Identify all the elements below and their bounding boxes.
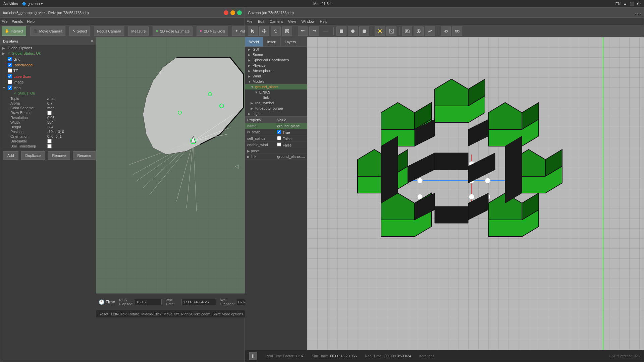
timestamp-checkbox[interactable] (47, 144, 52, 148)
display-checkbox[interactable] (8, 74, 12, 78)
tab-layers[interactable]: Layers (281, 37, 300, 47)
display-map[interactable]: ▼ Map (0, 85, 96, 90)
tree-links[interactable]: ▼ LINKS (245, 89, 307, 95)
display-global-status[interactable]: ▶ ✓ Global Status: Ok (0, 51, 96, 56)
enable-wind-checkbox[interactable] (277, 142, 281, 146)
gz-scale-tool[interactable] (282, 26, 292, 36)
move-camera-icon: 🎥 (33, 29, 38, 33)
gz-plot-tool[interactable] (425, 26, 435, 36)
gazebo-3d-viewport[interactable] (307, 37, 644, 350)
duplicate-button[interactable]: Duplicate (21, 151, 45, 160)
ros-elapsed-input[interactable] (135, 299, 162, 305)
gazebo-close-btn[interactable] (635, 13, 636, 15)
select-tool[interactable]: ↖ Select (69, 26, 90, 36)
displays-close-icon[interactable]: × (91, 39, 93, 43)
tree-spherical[interactable]: ▶ Spherical Coordinates (245, 57, 307, 63)
prop-name: Draw Behind (10, 111, 47, 115)
display-checkbox[interactable] (8, 68, 12, 73)
tab-insert[interactable]: Insert (263, 37, 281, 47)
rviz-menu-help[interactable]: Help (27, 19, 35, 23)
rviz-win-controls[interactable] (224, 10, 242, 15)
gz-rotate-tool[interactable] (271, 26, 281, 36)
gz-pause-button[interactable]: ⏸ (249, 352, 257, 360)
gz-record-tool[interactable] (414, 26, 424, 36)
tree-ros-symbol[interactable]: ▶ ros_symbol (245, 100, 307, 106)
measure-tool[interactable]: Measure (128, 26, 149, 36)
tree-turtlebot3[interactable]: ▶ turtlebot3_burger (245, 106, 307, 111)
tree-physics[interactable]: ▶ Physics (245, 63, 307, 68)
rename-button[interactable]: Rename (73, 151, 96, 160)
move-camera-tool[interactable]: 🎥 Move Camera (30, 26, 65, 36)
draw-behind-checkbox[interactable] (47, 111, 52, 115)
lang-indicator[interactable]: EN (615, 2, 621, 6)
display-image[interactable]: Image (0, 79, 96, 85)
gazebo-max-btn[interactable] (640, 13, 641, 15)
gazebo-menu-edit[interactable]: Edit (258, 19, 264, 23)
display-robotmodel[interactable]: RobotModel (0, 62, 96, 68)
interact-tool[interactable]: ✋ Interact (2, 26, 26, 36)
gz-screenshot-tool[interactable] (402, 26, 412, 36)
gz-select-tool[interactable] (248, 26, 258, 36)
publish-icon: ✦ (235, 29, 238, 33)
rviz-menu-panels[interactable]: Panels (12, 19, 23, 23)
prop-row-link: ▶ link ground_plane::... (245, 154, 307, 160)
rviz-min-btn[interactable] (230, 10, 235, 15)
tab-world[interactable]: World (245, 37, 263, 47)
add-button[interactable]: Add (3, 151, 18, 160)
tree-atmosphere[interactable]: ▶ Atmosphere (245, 68, 307, 73)
gz-box-tool[interactable] (336, 26, 346, 36)
gz-cylinder-tool[interactable] (359, 26, 369, 36)
display-grid[interactable]: Grid (0, 56, 96, 62)
tree-wind[interactable]: ▶ Wind (245, 73, 307, 79)
display-checkbox[interactable] (8, 63, 12, 67)
pose-estimate-tool[interactable]: ➤ 2D Pose Estimate (153, 26, 193, 36)
gazebo-menu-help[interactable]: Help (320, 19, 328, 23)
rviz-menu-bar: File Panels Help (0, 18, 245, 25)
transform-handle-left[interactable] (417, 178, 423, 183)
gz-redo-btn[interactable] (309, 26, 319, 36)
tree-models[interactable]: ▼ Models (245, 79, 307, 84)
gazebo-menu-camera[interactable]: Camera (270, 19, 283, 23)
activities-label[interactable]: Activities (3, 2, 18, 6)
gazebo-menu-file[interactable]: File (247, 19, 253, 23)
reset-button[interactable]: Reset (99, 312, 108, 316)
gz-scene-svg (307, 37, 644, 350)
display-global-options[interactable]: ▶ Global Options (0, 45, 96, 51)
tree-lights[interactable]: ▶ Lights (245, 111, 307, 116)
remove-button[interactable]: Remove (48, 151, 70, 160)
unreliable-checkbox[interactable] (47, 139, 52, 143)
transform-handle-right[interactable] (485, 178, 490, 183)
tree-link[interactable]: link (245, 95, 307, 100)
transform-handle-bottom-center[interactable] (469, 194, 474, 199)
gz-link-tool[interactable] (441, 26, 451, 36)
is-static-checkbox[interactable] (277, 130, 281, 134)
rviz-close-btn[interactable] (224, 10, 228, 15)
gz-light-tool[interactable] (375, 26, 385, 36)
gz-wireframe-tool[interactable] (386, 26, 396, 36)
gz-joint-tool[interactable] (452, 26, 462, 36)
gz-move-tool[interactable] (259, 26, 269, 36)
tree-scene[interactable]: ▶ Scene (245, 52, 307, 57)
display-laserscan[interactable]: LaserScan (0, 73, 96, 79)
gazebo-min-btn[interactable] (637, 13, 639, 15)
tree-ground-plane[interactable]: ▼ ground_plane (245, 84, 307, 89)
rviz-max-btn[interactable] (237, 10, 242, 15)
display-checkbox[interactable] (8, 80, 12, 84)
gazebo-menu-view[interactable]: View (288, 19, 296, 23)
tree-gui[interactable]: ▶ GUI (245, 47, 307, 52)
ros-elapsed-group: ROS Elapsed: (119, 298, 162, 306)
gz-undo-btn[interactable] (298, 26, 308, 36)
self-collide-checkbox[interactable] (277, 136, 281, 140)
display-checkbox[interactable] (8, 85, 12, 90)
wall-time-input[interactable] (181, 299, 216, 305)
display-checkbox[interactable] (8, 57, 12, 61)
gazebo-win-controls[interactable] (635, 10, 641, 15)
gazebo-menu-window[interactable]: Window (301, 19, 314, 23)
nav-goal-tool[interactable]: ➤ 2D Nav Goal (197, 26, 228, 36)
display-label: RobotModel (13, 63, 33, 67)
display-tf[interactable]: TF (0, 68, 96, 73)
rviz-menu-file[interactable]: File (2, 19, 8, 23)
focus-camera-tool[interactable]: Focus Camera (94, 26, 124, 36)
app-name[interactable]: 🔷 gazebo ▾ (22, 2, 43, 6)
gz-sphere-tool[interactable] (348, 26, 358, 36)
